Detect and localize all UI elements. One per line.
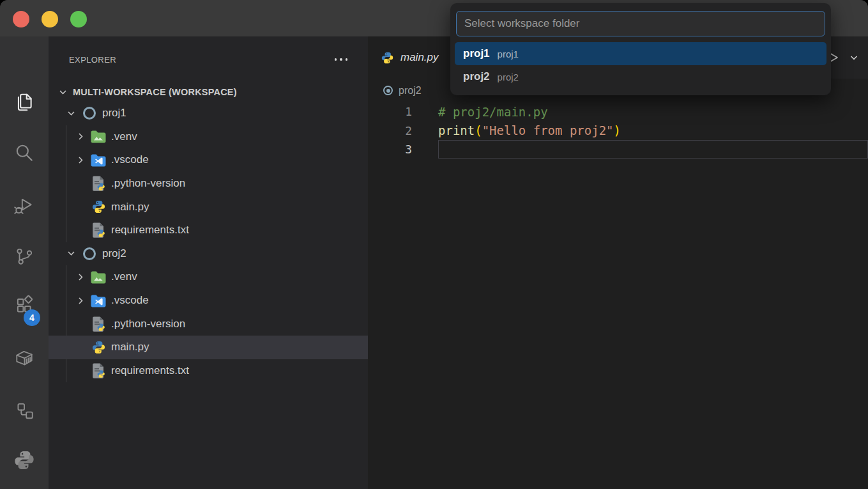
more-actions-icon[interactable] — [333, 54, 349, 65]
workspace-section-header[interactable]: MULTI-WORKSPACE (WORKSPACE) — [49, 82, 368, 102]
python-config-file-icon — [88, 222, 109, 238]
tree-item-requirements[interactable]: requirements.txt — [49, 359, 368, 383]
vscode-folder-icon — [88, 294, 109, 307]
python-file-icon — [88, 340, 109, 355]
python-config-file-icon — [88, 175, 109, 192]
minimize-button[interactable] — [42, 11, 58, 27]
workspace-root-icon — [79, 107, 100, 120]
line-number: 3 — [368, 143, 412, 156]
chevron-down-icon[interactable] — [848, 52, 860, 63]
explorer-sidebar: EXPLORER MULTI-WORKSPACE (WORKSPACE) pro… — [49, 36, 368, 489]
quickpick-item-proj2[interactable]: proj2 proj2 — [455, 65, 826, 88]
quickpick-item-proj1[interactable]: proj1 proj1 — [455, 42, 826, 65]
sidebar-item-remote-explorer[interactable] — [0, 385, 49, 435]
search-icon — [13, 143, 35, 164]
container-icon — [13, 347, 35, 369]
sidebar-item-search[interactable] — [0, 128, 49, 178]
sidebar-item-source-control[interactable] — [0, 231, 49, 281]
sidebar-item-python[interactable] — [0, 435, 49, 485]
quickpick-input[interactable] — [456, 11, 825, 36]
chevron-down-icon[interactable] — [63, 248, 79, 259]
quickpick-panel: proj1 proj1 proj2 proj2 — [450, 3, 831, 95]
remote-icon — [13, 400, 35, 421]
sidebar-item-containers[interactable] — [0, 333, 49, 383]
python-icon — [13, 449, 36, 472]
extensions-badge: 4 — [24, 309, 40, 326]
python-file-icon — [381, 51, 394, 65]
chevron-right-icon[interactable] — [73, 295, 88, 306]
zoom-button[interactable] — [70, 11, 87, 27]
tree-item-venv[interactable]: .venv — [49, 125, 368, 149]
code-editor[interactable]: 1 # proj2/main.py 2 print("Hello from pr… — [368, 102, 868, 159]
tree-item-proj1[interactable]: proj1 — [49, 102, 368, 125]
line-number: 1 — [368, 105, 412, 118]
close-button[interactable] — [13, 11, 29, 27]
python-config-file-icon — [88, 362, 109, 379]
workspace-section-label: MULTI-WORKSPACE (WORKSPACE) — [73, 87, 237, 97]
tab-label: main.py — [400, 51, 439, 64]
venv-folder-icon — [88, 270, 109, 284]
tree-item-proj2[interactable]: proj2 — [49, 242, 368, 266]
activity-bar: 4 — [0, 36, 49, 489]
python-file-icon — [88, 199, 109, 214]
venv-folder-icon — [88, 130, 109, 143]
sidebar-item-explorer[interactable] — [0, 77, 49, 127]
line-number: 2 — [368, 124, 412, 137]
debug-icon — [13, 195, 35, 217]
tree-item-vscode[interactable]: .vscode — [49, 148, 368, 172]
explorer-header: EXPLORER — [49, 36, 368, 82]
current-line-highlight — [438, 140, 868, 159]
chevron-right-icon[interactable] — [73, 272, 88, 283]
chevron-down-icon[interactable] — [63, 108, 79, 119]
chevron-down-icon[interactable] — [55, 87, 70, 98]
tree-item-requirements[interactable]: requirements.txt — [49, 219, 368, 242]
tree-item-python-version[interactable]: .python-version — [49, 172, 368, 196]
vscode-folder-icon — [88, 153, 109, 167]
sidebar-item-extensions[interactable]: 4 — [0, 280, 49, 330]
explorer-title: EXPLORER — [69, 55, 333, 65]
tree-item-venv[interactable]: .venv — [49, 265, 368, 289]
code-line: 2 print("Hello from proj2") — [368, 121, 868, 141]
traffic-lights — [13, 11, 87, 27]
tree-item-vscode[interactable]: .vscode — [49, 289, 368, 313]
chevron-right-icon[interactable] — [73, 131, 88, 142]
breadcrumb-label: proj2 — [399, 85, 422, 97]
tree-item-main-py[interactable]: main.py — [49, 195, 368, 219]
code-line: 1 # proj2/main.py — [368, 102, 868, 121]
files-icon — [13, 91, 35, 113]
sidebar-item-run-debug[interactable] — [0, 181, 49, 231]
vscode-window: 4 — [0, 0, 868, 489]
tree-item-python-version[interactable]: .python-version — [49, 312, 368, 336]
source-control-icon — [13, 245, 35, 267]
root-folder-icon — [383, 86, 393, 95]
file-tree: proj1 .venv .vscode — [49, 102, 368, 382]
python-config-file-icon — [88, 316, 109, 332]
workspace-root-icon — [79, 247, 100, 260]
editor-group: main.py × proj2 1 # proj2/main.py 2 prin… — [368, 36, 868, 489]
tree-item-main-py-selected[interactable]: main.py — [49, 336, 368, 359]
chevron-right-icon[interactable] — [73, 155, 88, 166]
